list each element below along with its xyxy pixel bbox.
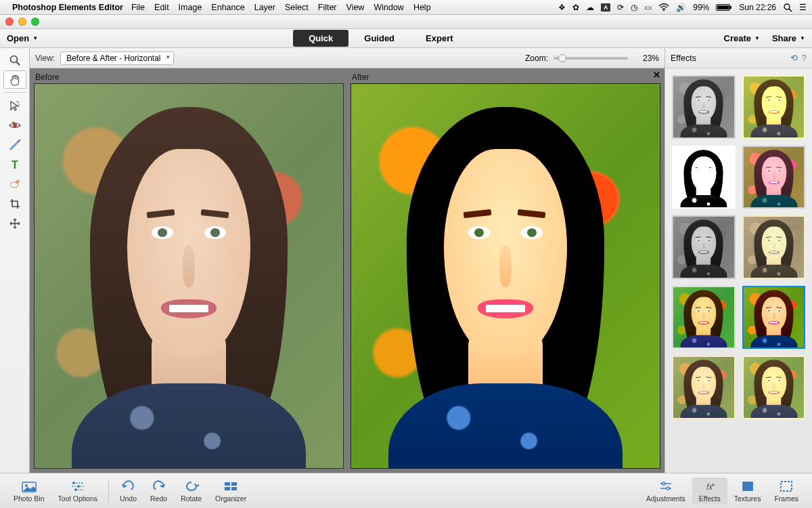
zoom-slider-knob[interactable] (558, 54, 566, 62)
status-dropbox-icon[interactable]: ❖ (558, 3, 566, 12)
whiten-teeth-tool[interactable] (3, 135, 26, 154)
view-select[interactable]: Before & After - Horizontal (60, 51, 173, 65)
rotate-button[interactable]: Rotate (174, 478, 208, 505)
tab-quick[interactable]: Quick (293, 30, 348, 47)
effect-thumb[interactable] (742, 286, 806, 350)
effect-thumb[interactable] (672, 286, 736, 350)
status-battery-percent[interactable]: 99% (693, 3, 709, 12)
app-bar: Open ▼ Quick Guided Expert Create▼ Share… (0, 29, 812, 48)
effects-icon: fx (702, 480, 717, 493)
create-button[interactable]: Create▼ (724, 33, 760, 43)
status-display-icon[interactable]: ▭ (644, 3, 652, 12)
spotlight-icon[interactable] (783, 3, 792, 12)
open-button[interactable]: Open ▼ (7, 33, 38, 43)
status-evernote-icon[interactable]: ✿ (572, 3, 579, 12)
close-window-button[interactable] (5, 18, 14, 26)
notification-center-icon[interactable]: ☰ (799, 3, 807, 12)
organizer-button[interactable]: Organizer (208, 478, 253, 505)
svg-line-7 (16, 62, 20, 65)
before-label: Before (34, 72, 344, 82)
photo-bin-button[interactable]: Photo Bin (7, 478, 51, 505)
after-panel: After (351, 72, 660, 469)
before-image[interactable] (34, 83, 344, 469)
zoom-window-button[interactable] (31, 18, 39, 26)
svg-point-0 (663, 9, 664, 11)
textures-icon (741, 480, 754, 493)
svg-point-21 (74, 488, 77, 491)
tool-options-icon (70, 480, 85, 493)
tab-expert[interactable]: Expert (410, 30, 468, 47)
effects-panel: Effects ⟲ ? (664, 48, 812, 473)
canvas: ✕ Before After (30, 68, 664, 473)
share-button[interactable]: Share▼ (772, 33, 805, 43)
before-panel: Before (34, 72, 344, 469)
close-document-button[interactable]: ✕ (653, 70, 660, 80)
rotate-icon (183, 480, 200, 493)
hand-tool[interactable] (3, 70, 26, 89)
spot-healing-tool[interactable] (3, 175, 26, 193)
undo-icon (120, 480, 135, 493)
after-image[interactable] (351, 83, 660, 469)
status-battery-icon[interactable] (716, 3, 732, 12)
adjustments-icon (658, 480, 673, 493)
app-name[interactable]: Photoshop Elements Editor (12, 3, 123, 12)
redeye-tool[interactable] (3, 116, 26, 134)
menu-image[interactable]: Image (179, 3, 202, 12)
frames-button[interactable]: Frames (767, 478, 805, 505)
textures-button[interactable]: Textures (727, 478, 768, 505)
svg-point-16 (72, 482, 75, 484)
zoom-label: Zoom: (525, 54, 548, 63)
chevron-down-icon: ▼ (800, 35, 805, 41)
effect-thumb[interactable] (742, 356, 806, 419)
zoom-tool[interactable] (3, 51, 26, 69)
zoom-slider[interactable] (554, 57, 628, 60)
svg-point-28 (662, 482, 665, 485)
status-cloud-icon[interactable]: ☁ (586, 3, 594, 12)
menu-view[interactable]: View (346, 3, 365, 12)
svg-rect-24 (231, 482, 237, 486)
chevron-down-icon: ▼ (32, 35, 38, 41)
tab-guided[interactable]: Guided (348, 30, 410, 47)
status-clock[interactable]: Sun 22:26 (739, 3, 776, 12)
menu-layer[interactable]: Layer (254, 3, 275, 12)
undo-button[interactable]: Undo (113, 478, 143, 505)
minimize-window-button[interactable] (18, 18, 26, 26)
quick-selection-tool[interactable] (3, 96, 26, 114)
status-wifi-icon[interactable] (658, 3, 669, 12)
move-tool[interactable] (3, 214, 26, 232)
status-sync-icon[interactable]: ⟳ (617, 3, 624, 12)
redo-button[interactable]: Redo (143, 478, 174, 505)
status-volume-icon[interactable]: 🔊 (676, 3, 686, 12)
tool-options-button[interactable]: Tool Options (51, 478, 104, 505)
mac-menubar: Photoshop Elements Editor File Edit Imag… (0, 0, 812, 15)
effect-thumb[interactable] (742, 75, 806, 139)
menu-edit[interactable]: Edit (154, 3, 169, 12)
adjustments-button[interactable]: Adjustments (639, 478, 692, 505)
effect-thumb[interactable] (672, 356, 736, 419)
status-adobe-icon[interactable]: A (601, 3, 610, 12)
menu-filter[interactable]: Filter (318, 3, 337, 12)
svg-text:fx: fx (706, 482, 713, 492)
effect-thumb[interactable] (742, 146, 806, 209)
photo-bin-icon (22, 480, 37, 493)
effect-thumb[interactable] (742, 215, 806, 279)
crop-tool[interactable] (3, 194, 26, 213)
effect-thumb[interactable] (672, 215, 736, 279)
menu-window[interactable]: Window (374, 3, 403, 12)
mode-tabs: Quick Guided Expert (293, 30, 468, 47)
status-timemachine-icon[interactable]: ◷ (631, 3, 637, 12)
effect-thumb[interactable] (672, 146, 736, 209)
menu-file[interactable]: File (131, 3, 145, 12)
tool-strip: T (0, 48, 30, 473)
effect-thumb[interactable] (672, 75, 736, 139)
reset-icon[interactable]: ⟲ (790, 53, 798, 63)
menu-enhance[interactable]: Enhance (211, 3, 244, 12)
view-bar: View: Before & After - Horizontal Zoom: … (30, 48, 664, 68)
effects-button[interactable]: fx Effects (692, 478, 727, 505)
help-icon[interactable]: ? (802, 53, 807, 63)
svg-point-4 (784, 4, 790, 9)
svg-rect-23 (225, 482, 230, 486)
menu-help[interactable]: Help (413, 3, 431, 12)
menu-select[interactable]: Select (285, 3, 309, 12)
type-tool[interactable]: T (3, 155, 26, 173)
